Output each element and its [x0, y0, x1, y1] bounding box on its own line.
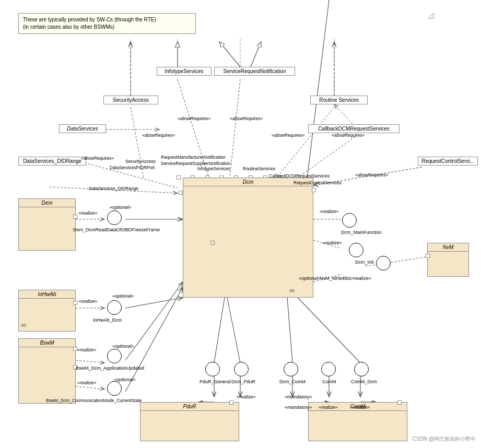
- dcm-port1: [210, 241, 215, 245]
- infinity-symbol: ∞: [289, 286, 295, 294]
- svg-line-30: [125, 298, 183, 308]
- label-comm: ComM: [322, 379, 336, 384]
- label-mainfunction: Dcm_MainFunction: [341, 230, 382, 235]
- label-optional-dem: «optional»: [110, 205, 132, 210]
- label-mandatory-comm: «mandatory»: [285, 405, 312, 410]
- label-reqmfr: RequestManufacturerNotification: [161, 155, 226, 160]
- port-sq-left: [179, 191, 183, 195]
- iohwab-title: IoHwAb: [19, 290, 75, 299]
- comm-port: [397, 400, 402, 405]
- label-mandatory-pdur: «mandatory»: [285, 394, 312, 399]
- interface-servicereq: ServiceRequestNotification: [214, 67, 295, 76]
- interface-didrange: DataServices_DIDRange: [18, 157, 86, 166]
- circle-dcm-main: [342, 213, 357, 228]
- svg-line-31: [76, 360, 104, 363]
- circle-dcm-comm: [284, 362, 298, 376]
- circle-dcm-init: [349, 243, 363, 257]
- label-realize-mainf: «realize»: [320, 209, 339, 214]
- circle-comm-dcm: [354, 362, 369, 376]
- label-bswm-comm: BswM_Dcm_CommunicationMode_CurrentState: [46, 398, 142, 403]
- watermark: CSDN @阿巴新加的小野牛: [413, 435, 476, 443]
- nvm-port: [426, 254, 430, 258]
- interface-infotype: InfotypeServices: [157, 67, 212, 76]
- diagram-container: These are typically provided by SW-Cs (t…: [0, 0, 481, 448]
- label-absw6: «abswRequires»: [355, 172, 388, 178]
- component-bswm: BswM: [18, 338, 76, 404]
- component-dem: Dem: [18, 198, 76, 251]
- component-iohwab: IoHwAb ∞: [18, 290, 76, 332]
- component-nvm: NvM: [427, 243, 469, 277]
- label-realize-init: «realize»: [323, 240, 342, 245]
- label-dcm-comm: Dcm_ComM: [279, 379, 306, 384]
- interface-secaccess: SecurityAccess: [103, 96, 158, 104]
- dem-title: Dem: [19, 199, 75, 207]
- label-absw2: «abswRequires»: [178, 116, 210, 121]
- port-sq1: [177, 175, 181, 180]
- circle-nvm: [376, 256, 391, 270]
- dem-port: [73, 215, 77, 219]
- circle-bswm2: [107, 381, 122, 396]
- label-pdur-general: PduR_General: [200, 379, 231, 384]
- label-iohwab-func: IoHwAb_Dcm: [93, 317, 122, 323]
- label-optional-iohwab: «optional»: [112, 293, 134, 299]
- label-optional-nvm: «optional»: [299, 276, 321, 281]
- label-optional-bswm1: «optional»: [112, 344, 134, 349]
- label-didrange-port: DataServices_DIDRange: [89, 186, 138, 191]
- label-dcm-pdur: Dcm_PduR: [231, 379, 255, 384]
- label-callback-port: CallbackDCMRequestServices: [269, 173, 330, 179]
- label-datasvc-port: DataServicesPIDRPort: [110, 165, 155, 170]
- label-absw3: «abswRequires»: [230, 116, 263, 121]
- label-absw4: «abswRequires»: [272, 133, 304, 138]
- port-sq-right: [312, 188, 316, 192]
- note-line2: (in certain cases also by other BSWMs): [23, 23, 191, 31]
- bswm-port1: [73, 347, 77, 351]
- label-realize-iohwab: «realize»: [78, 299, 98, 304]
- label-secaccess-port: SecurityAccess: [125, 159, 156, 164]
- circle-iohwab: [107, 300, 122, 315]
- label-nvm-write: NvM_WriteBloc«realize»: [320, 276, 371, 281]
- svg-line-11: [251, 42, 261, 67]
- circle-pdur-general: [205, 362, 220, 376]
- svg-line-19: [277, 107, 334, 178]
- label-routine-port: RoutineServices: [243, 166, 275, 171]
- label-bswm-app: BswM_Dcm_ApplicationUpdated: [76, 366, 144, 371]
- bswm-title: BswM: [19, 339, 75, 347]
- label-reqctrl-port: RequestControlServices: [294, 180, 342, 185]
- circle-dem-read: [107, 210, 122, 225]
- label-realize-comm1: «realize»: [319, 405, 338, 410]
- label-realize-pdur: «realize»: [237, 394, 256, 399]
- svg-line-33: [76, 386, 104, 389]
- svg-line-10: [219, 42, 240, 67]
- note-line1: These are typically provided by SW-Cs (t…: [23, 16, 191, 23]
- label-realize-bswm2: «realize»: [77, 380, 97, 385]
- svg-line-39: [287, 298, 292, 363]
- svg-line-37: [227, 298, 240, 363]
- pdur-title: PduR: [140, 403, 239, 411]
- label-dem-func: Dem_DcmReadDataOfOBDFreezeFrame: [73, 227, 160, 232]
- interface-requestcontrol: RequestControlServi...: [418, 157, 478, 166]
- svg-line-15: [334, 104, 355, 126]
- interface-dataservices: DataServices: [59, 124, 106, 133]
- label-realize-comm2: «realize»: [351, 405, 370, 410]
- circle-comm: [321, 362, 336, 376]
- svg-line-43: [298, 298, 360, 363]
- circle-dcm-pdur: [234, 362, 249, 376]
- interface-routine: Routine Services: [310, 96, 368, 104]
- svg-line-35: [214, 298, 225, 363]
- svg-line-20: [298, 137, 355, 178]
- component-dcm: Dcm: [183, 178, 313, 298]
- label-optional-bswm2: «optional»: [114, 377, 136, 382]
- label-realize-dem: «realize»: [78, 210, 98, 216]
- circle-bswm1: [107, 349, 122, 363]
- svg-line-2: [428, 13, 433, 18]
- label-absw1: «abswRequires»: [142, 133, 175, 138]
- label-comm-dcm: ComM_Dcm: [351, 379, 377, 384]
- svg-line-34: [125, 287, 183, 392]
- interface-callback: CallbackDCMRequestServices: [308, 124, 400, 133]
- svg-line-18: [230, 79, 240, 178]
- nvm-title: NvM: [428, 243, 468, 252]
- label-init: Dcm_Init: [355, 260, 374, 265]
- iohwab-port: [73, 301, 77, 305]
- label-infotype-port: InfotypeServices: [197, 166, 230, 171]
- pdur-port: [229, 400, 233, 405]
